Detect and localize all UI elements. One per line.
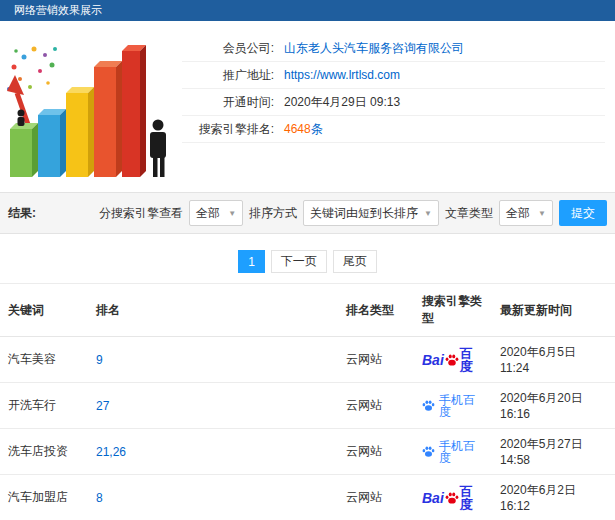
promotion-url-label: 推广地址: bbox=[182, 67, 274, 84]
info-row-open-time: 开通时间: 2020年4月29日 09:13 bbox=[182, 89, 605, 116]
baidu-logo-cn-text: 百度 bbox=[460, 347, 484, 373]
info-row-ranking-count: 搜索引擎排名: 4648条 bbox=[182, 116, 605, 143]
rank-cell: 21,26 bbox=[88, 429, 338, 475]
rank-type-cell: 云网站 bbox=[338, 475, 414, 520]
col-header-engine-type: 搜索引擎类型 bbox=[414, 284, 492, 337]
engine-filter-label: 分搜索引擎查看 bbox=[99, 205, 183, 222]
table-row: 汽车加盟店8云网站Bai百度2020年6月2日 16:12 bbox=[0, 475, 615, 520]
promotion-url-link[interactable]: https://www.lrtlsd.com bbox=[284, 68, 400, 82]
baidu-paw-icon bbox=[445, 491, 459, 505]
mobile-baidu-logo: 手机百度 bbox=[422, 394, 484, 418]
col-header-keyword: 关键词 bbox=[0, 284, 88, 337]
rank-cell: 8 bbox=[88, 475, 338, 520]
update-time-cell: 2020年5月27日 14:58 bbox=[492, 429, 615, 475]
baidu-logo-cn-text: 百度 bbox=[460, 485, 484, 511]
table-row: 洗车店投资21,26云网站手机百度2020年5月27日 14:58 bbox=[0, 429, 615, 475]
ranking-count-label: 搜索引擎排名: bbox=[182, 121, 274, 138]
ranking-count-value: 4648条 bbox=[284, 121, 323, 138]
sort-select-value: 关键词由短到长排序 bbox=[310, 205, 418, 222]
company-link[interactable]: 山东老人头汽车服务咨询有限公司 bbox=[284, 40, 464, 57]
chevron-down-icon: ▼ bbox=[538, 209, 546, 218]
company-label: 会员公司: bbox=[182, 40, 274, 57]
engine-type-cell: 手机百度 bbox=[414, 429, 492, 475]
keyword-cell: 汽车美容 bbox=[0, 337, 88, 383]
engine-select[interactable]: 全部 ▼ bbox=[189, 200, 243, 226]
page-next-button[interactable]: 下一页 bbox=[271, 250, 327, 273]
bars bbox=[10, 45, 146, 177]
rank-link[interactable]: 21,26 bbox=[96, 445, 126, 459]
engine-type-cell: Bai百度 bbox=[414, 337, 492, 383]
chevron-down-icon: ▼ bbox=[228, 209, 236, 218]
rank-type-cell: 云网站 bbox=[338, 383, 414, 429]
update-time-cell: 2020年6月20日 16:16 bbox=[492, 383, 615, 429]
baidu-logo: Bai百度 bbox=[422, 485, 484, 511]
growth-chart-illustration bbox=[0, 29, 182, 181]
open-time-value: 2020年4月29日 09:13 bbox=[284, 94, 400, 111]
page-last-button[interactable]: 尾页 bbox=[333, 250, 377, 273]
rank-link[interactable]: 9 bbox=[96, 353, 103, 367]
member-info-section: 会员公司: 山东老人头汽车服务咨询有限公司 推广地址: https://www.… bbox=[0, 21, 615, 187]
engine-type-cell: Bai百度 bbox=[414, 475, 492, 520]
table-row: 汽车美容9云网站Bai百度2020年6月5日 11:24 bbox=[0, 337, 615, 383]
rank-type-cell: 云网站 bbox=[338, 429, 414, 475]
sort-select[interactable]: 关键词由短到长排序 ▼ bbox=[303, 200, 439, 226]
update-time-cell: 2020年6月5日 11:24 bbox=[492, 337, 615, 383]
rank-link[interactable]: 27 bbox=[96, 399, 109, 413]
info-row-company: 会员公司: 山东老人头汽车服务咨询有限公司 bbox=[182, 35, 605, 62]
member-info-list: 会员公司: 山东老人头汽车服务咨询有限公司 推广地址: https://www.… bbox=[182, 29, 605, 187]
baidu-paw-icon bbox=[445, 353, 459, 367]
pagination: 1 下一页 尾页 bbox=[0, 250, 615, 273]
app-header: 网络营销效果展示 bbox=[0, 0, 615, 21]
businessman-figure bbox=[150, 120, 166, 178]
mobile-baidu-label: 手机百度 bbox=[439, 440, 484, 464]
col-header-rank-type: 排名类型 bbox=[338, 284, 414, 337]
small-person-figure bbox=[18, 110, 25, 127]
baidu-logo-text: Bai bbox=[422, 491, 444, 505]
filter-controls: 分搜索引擎查看 全部 ▼ 排序方式 关键词由短到长排序 ▼ 文章类型 全部 ▼ … bbox=[99, 200, 607, 226]
page-title: 网络营销效果展示 bbox=[14, 3, 102, 18]
bar-chart-image bbox=[0, 29, 182, 181]
baidu-paw-icon bbox=[422, 445, 435, 458]
col-header-rank: 排名 bbox=[88, 284, 338, 337]
table-row: 开洗车行27云网站手机百度2020年6月20日 16:16 bbox=[0, 383, 615, 429]
baidu-logo: Bai百度 bbox=[422, 347, 484, 373]
article-type-label: 文章类型 bbox=[445, 205, 493, 222]
baidu-logo-text: Bai bbox=[422, 353, 444, 367]
article-type-select[interactable]: 全部 ▼ bbox=[499, 200, 553, 226]
col-header-update-time: 最新更新时间 bbox=[492, 284, 615, 337]
ranking-count-number: 4648 bbox=[284, 122, 311, 136]
chevron-down-icon: ▼ bbox=[424, 209, 432, 218]
keyword-cell: 汽车加盟店 bbox=[0, 475, 88, 520]
results-section-label: 结果: bbox=[8, 205, 36, 222]
submit-button[interactable]: 提交 bbox=[559, 200, 607, 226]
rank-link[interactable]: 8 bbox=[96, 491, 103, 505]
article-type-select-value: 全部 bbox=[506, 205, 530, 222]
info-row-url: 推广地址: https://www.lrtlsd.com bbox=[182, 62, 605, 89]
open-time-label: 开通时间: bbox=[182, 94, 274, 111]
update-time-cell: 2020年6月2日 16:12 bbox=[492, 475, 615, 520]
table-header-row: 关键词 排名 排名类型 搜索引擎类型 最新更新时间 bbox=[0, 284, 615, 337]
rank-cell: 9 bbox=[88, 337, 338, 383]
baidu-paw-icon bbox=[422, 399, 435, 412]
keyword-cell: 开洗车行 bbox=[0, 383, 88, 429]
results-table-body: 汽车美容9云网站Bai百度2020年6月5日 11:24开洗车行27云网站手机百… bbox=[0, 337, 615, 520]
filter-bar: 结果: 分搜索引擎查看 全部 ▼ 排序方式 关键词由短到长排序 ▼ 文章类型 全… bbox=[0, 192, 615, 234]
keyword-cell: 洗车店投资 bbox=[0, 429, 88, 475]
sort-label: 排序方式 bbox=[249, 205, 297, 222]
mobile-baidu-label: 手机百度 bbox=[439, 394, 484, 418]
mobile-baidu-logo: 手机百度 bbox=[422, 440, 484, 464]
results-table: 关键词 排名 排名类型 搜索引擎类型 最新更新时间 汽车美容9云网站Bai百度2… bbox=[0, 283, 615, 520]
page-current[interactable]: 1 bbox=[238, 250, 265, 273]
engine-select-value: 全部 bbox=[196, 205, 220, 222]
ranking-count-unit: 条 bbox=[311, 122, 323, 136]
engine-type-cell: 手机百度 bbox=[414, 383, 492, 429]
rank-type-cell: 云网站 bbox=[338, 337, 414, 383]
rank-cell: 27 bbox=[88, 383, 338, 429]
